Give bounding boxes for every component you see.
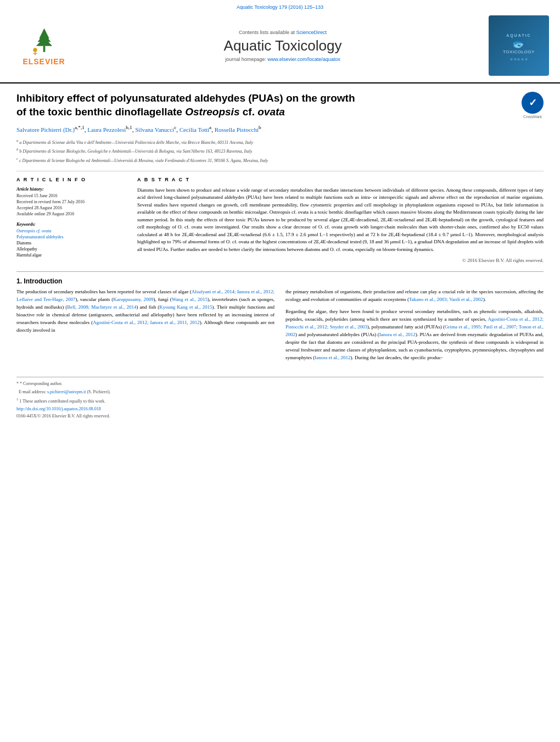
paper-title-section: Inhibitory effect of polyunsaturated ald…: [16, 92, 544, 119]
ref-wang[interactable]: Wang et al., 2015: [172, 297, 208, 302]
journal-header: Aquatic Toxicology 179 (2016) 125–133: [0, 0, 560, 83]
page-wrapper: Aquatic Toxicology 179 (2016) 125–133: [0, 0, 560, 429]
title-italic: Ostreopsis: [185, 106, 239, 118]
article-info-col: A R T I C L E I N F O Article history: R…: [16, 177, 126, 264]
kw-1[interactable]: Polyunsaturated aldehydes: [16, 235, 126, 239]
footnote-section: * * Corresponding author. E-mail address…: [16, 377, 544, 404]
article-content: Inhibitory effect of polyunsaturated ald…: [0, 83, 560, 429]
section-divider: [16, 271, 544, 272]
author-name-2[interactable]: Laura Pezzolesi: [87, 126, 126, 133]
copyright-line: © 2016 Elsevier B.V. All rights reserved…: [137, 258, 544, 263]
footer-line: http://dx.doi.org/10.1016/j.aquatox.2016…: [16, 406, 544, 411]
abstract-col: A B S T R A C T Diatoms have been shown …: [137, 177, 544, 264]
doi-header-line: Aquatic Toxicology 179 (2016) 125–133: [11, 4, 549, 10]
aquatic-text-bottom: TOXICOLOGY: [503, 49, 535, 54]
issn-line: 0166-445X/© 2016 Elsevier B.V. All right…: [16, 414, 544, 419]
crossmark-logo: ✓ CrossMark: [522, 92, 544, 114]
journal-homepage: journal homepage: www.elsevier.com/locat…: [77, 57, 489, 62]
ref-ianora2[interactable]: Ianora et al., 2012: [315, 355, 350, 360]
kw-2[interactable]: Diatoms: [16, 241, 126, 246]
contents-available: Contents lists available at ScienceDirec…: [77, 30, 489, 35]
section-number: 1. Introduction: [16, 277, 544, 285]
title-part3: cf.: [239, 106, 257, 118]
kw-3[interactable]: Allelopathy: [16, 247, 126, 252]
header-divider: [16, 171, 544, 171]
elsevier-brand: ELSEVIER: [23, 57, 65, 66]
affiliations-block: a a Dipartimento di Scienze della Vita e…: [16, 138, 544, 164]
ref-karuppusamy[interactable]: Karuppusamy, 2009: [113, 297, 153, 302]
header-middle: ELSEVIER Contents lists available at Sci…: [11, 12, 549, 79]
affil-1: a a Dipartimento di Scienze della Vita e…: [16, 138, 544, 146]
corresponding-author: * * Corresponding author.: [16, 381, 544, 387]
ref-agostini[interactable]: Agostini-Costa et al., 2012; Ianora et a…: [93, 320, 200, 325]
abstract-text: Diatoms have been shown to produce and r…: [137, 187, 544, 254]
abstract-header: A B S T R A C T: [137, 177, 544, 182]
ref-ianora[interactable]: Ianora et al., 2012: [379, 332, 416, 337]
sciencedirect-link[interactable]: ScienceDirect: [296, 30, 327, 35]
equal-contrib: 1 1 These authors contributed equally to…: [16, 397, 544, 404]
title-italic2: ovata: [257, 106, 285, 118]
journal-name: Aquatic Toxicology: [77, 37, 489, 54]
intro-right-para-1: the primary metabolism of organisms, the…: [285, 288, 544, 304]
author-name-4[interactable]: Cecilia Totti: [180, 126, 209, 133]
affil-3: c c Dipartimento di Scienze Biologiche e…: [16, 156, 544, 164]
revised-line: Received in revised form 27 July 2016: [16, 199, 126, 204]
ref-bell[interactable]: Bell, 2008; MacIntyre et al., 2014: [67, 304, 136, 310]
affil-2: b b Dipartimento di Scienze Biologiche, …: [16, 147, 544, 155]
history-title: Article history:: [16, 187, 126, 192]
doi-text: Aquatic Toxicology 179 (2016) 125–133: [237, 4, 323, 10]
journal-title-block: Contents lists available at ScienceDirec…: [77, 30, 489, 62]
author-name-3[interactable]: Silvana Vanucci: [135, 126, 174, 133]
doi-footer[interactable]: http://dx.doi.org/10.1016/j.aquatox.2016…: [16, 406, 101, 411]
kw-0[interactable]: Ostreopsis cf. ovata: [16, 228, 126, 233]
crossmark-circle: ✓: [522, 92, 544, 114]
author-name-5[interactable]: Rossella Pistocchi: [215, 126, 259, 133]
authors-line: Salvatore Pichierri (Dr.)a,*,1, Laura Pe…: [16, 124, 544, 134]
keywords-section: Keywords: Ostreopsis cf. ovata Polyunsat…: [16, 222, 126, 258]
kw-4[interactable]: Harmful algae: [16, 253, 126, 258]
keywords-title: Keywords:: [16, 222, 126, 227]
email-line: E-mail address: s.pichierri@univpm.it (S…: [16, 389, 544, 395]
introduction-body: The production of secondary metabolites …: [16, 288, 544, 366]
svg-rect-1: [43, 46, 45, 52]
homepage-url[interactable]: www.elsevier.com/locate/aquatox: [267, 57, 340, 62]
introduction-section: 1. Introduction The production of second…: [16, 277, 544, 366]
ref-takano[interactable]: Takano et al., 2003; Vardi et al., 2002: [409, 297, 483, 302]
article-info-header: A R T I C L E I N F O: [16, 177, 126, 182]
paper-title: Inhibitory effect of polyunsaturated ald…: [16, 92, 522, 119]
article-history: Article history: Received 15 June 2016 R…: [16, 187, 126, 216]
intro-right-para-2: Regarding the algae, they have been foun…: [285, 308, 544, 362]
title-part1: Inhibitory effect of polyunsaturated ald…: [16, 92, 355, 104]
received-line: Received 15 June 2016: [16, 193, 126, 198]
aquatic-toxicology-logo: AQUATIC 🐟 TOXICOLOGY ≋ ≋ ≋ ≋ ≋: [489, 15, 549, 76]
author-name-1[interactable]: Salvatore Pichierri (Dr.): [16, 126, 75, 133]
svg-point-5: [33, 48, 37, 52]
title-part2: of the toxic benthic dinoflagellate: [16, 106, 185, 118]
email-link[interactable]: s.pichierri@univpm.it: [47, 389, 86, 394]
ref-kyoung[interactable]: Kyoung Kang et al., 2015: [159, 304, 212, 310]
available-line: Available online 29 August 2016: [16, 211, 126, 216]
fish-icon: 🐟: [512, 37, 527, 49]
intro-left-para-1: The production of secondary metabolites …: [16, 288, 275, 334]
intro-right-col: the primary metabolism of organisms, the…: [285, 288, 544, 366]
article-info-abstract: A R T I C L E I N F O Article history: R…: [16, 177, 544, 264]
intro-left-col: The production of secondary metabolites …: [16, 288, 275, 366]
elsevier-logo: ELSEVIER: [11, 26, 77, 66]
aquatic-logo-box: AQUATIC 🐟 TOXICOLOGY ≋ ≋ ≋ ≋ ≋: [489, 15, 549, 76]
accepted-line: Accepted 28 August 2016: [16, 205, 126, 210]
